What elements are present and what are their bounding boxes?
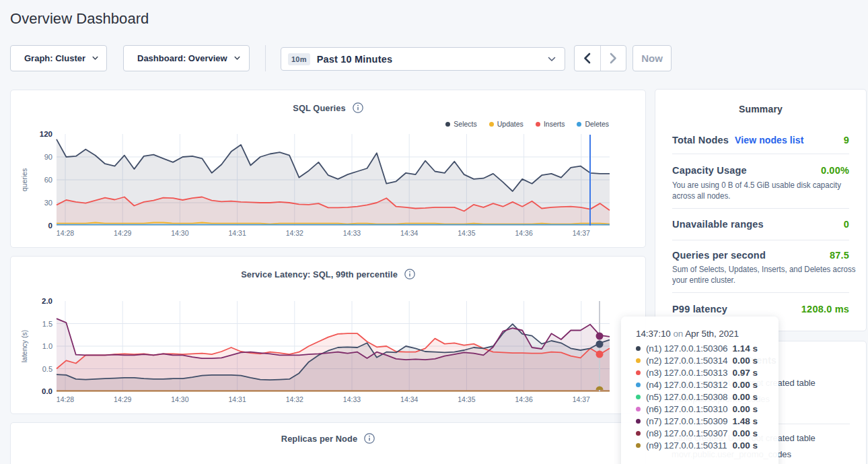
svg-text:90: 90	[44, 153, 52, 161]
svg-text:14:36: 14:36	[515, 229, 532, 237]
svg-text:0.5: 0.5	[42, 365, 52, 373]
svg-text:14:37: 14:37	[573, 395, 590, 403]
svg-text:14:28: 14:28	[57, 229, 74, 237]
svg-text:14:30: 14:30	[171, 229, 188, 237]
svg-text:14:33: 14:33	[343, 229, 361, 237]
svg-text:0: 0	[48, 222, 52, 230]
svg-text:120: 120	[40, 130, 52, 138]
svg-text:14:33: 14:33	[343, 395, 361, 403]
svg-text:14:34: 14:34	[400, 229, 418, 237]
svg-text:0.0: 0.0	[42, 387, 52, 395]
svg-text:14:34: 14:34	[400, 395, 418, 403]
svg-text:14:35: 14:35	[458, 395, 475, 403]
svg-text:14:36: 14:36	[515, 395, 532, 403]
svg-text:1.0: 1.0	[42, 342, 52, 350]
svg-text:14:29: 14:29	[114, 229, 131, 237]
svg-text:14:31: 14:31	[228, 229, 246, 237]
svg-text:14:31: 14:31	[228, 395, 246, 403]
svg-text:60: 60	[44, 176, 52, 184]
svg-text:14:37: 14:37	[573, 229, 590, 237]
svg-text:1.5: 1.5	[42, 320, 52, 328]
svg-text:14:28: 14:28	[57, 395, 74, 403]
svg-text:30: 30	[44, 199, 52, 207]
svg-text:14:32: 14:32	[286, 229, 303, 237]
svg-text:2.0: 2.0	[42, 297, 52, 305]
svg-text:14:35: 14:35	[458, 229, 475, 237]
svg-text:14:30: 14:30	[171, 395, 188, 403]
svg-text:queries: queries	[20, 168, 28, 191]
svg-text:14:29: 14:29	[114, 395, 131, 403]
svg-text:latency (s): latency (s)	[20, 330, 28, 362]
svg-text:14:32: 14:32	[286, 395, 303, 403]
